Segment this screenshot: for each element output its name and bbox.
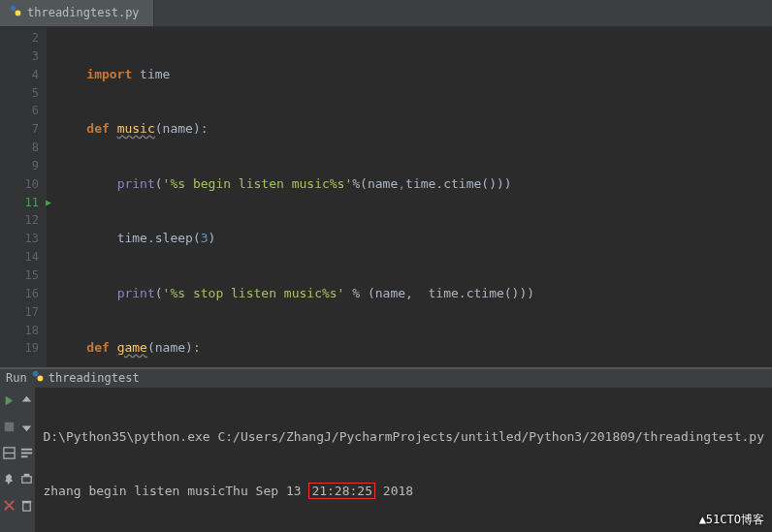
run-config-name: threadingtest: [48, 370, 140, 387]
editor-tab-bar: threadingtest.py: [0, 0, 772, 27]
rerun-button[interactable]: [0, 391, 17, 409]
run-left-toolbar: [0, 388, 17, 532]
run-header[interactable]: Run threadingtest: [0, 369, 772, 388]
run-inner-toolbar: [17, 388, 35, 532]
stop-button[interactable]: [0, 418, 17, 435]
code-editor[interactable]: 2 3 4 5 6 7 8 9 10 11 12 13 14 15 16 17 …: [0, 27, 772, 367]
svg-rect-16: [22, 501, 31, 503]
run-tool-window: Run threadingtest D:\Python3: [0, 367, 772, 532]
svg-rect-5: [4, 422, 13, 431]
svg-rect-13: [22, 477, 31, 484]
close-button[interactable]: [0, 496, 17, 514]
pin-button[interactable]: [0, 470, 17, 487]
editor-tab-threadingtest[interactable]: threadingtest.py: [0, 0, 154, 26]
console-output[interactable]: D:\Python35\python.exe C:/Users/ZhangJ/P…: [35, 388, 772, 532]
layout-button[interactable]: [0, 444, 17, 461]
svg-marker-4: [5, 396, 13, 405]
watermark: ▲51CTO博客: [699, 512, 764, 528]
down-arrow-icon[interactable]: [17, 418, 35, 435]
line-number-gutter: 2 3 4 5 6 7 8 9 10 11 12 13 14 15 16 17 …: [0, 27, 47, 367]
trash-icon[interactable]: [17, 496, 35, 514]
python-file-icon: [31, 369, 45, 388]
run-header-label: Run: [6, 370, 27, 387]
svg-rect-11: [21, 452, 32, 454]
highlight-time-1: 21:28:25: [308, 483, 375, 499]
svg-point-3: [37, 376, 43, 382]
tab-label: threadingtest.py: [27, 5, 140, 21]
print-icon[interactable]: [17, 470, 35, 487]
svg-rect-15: [23, 503, 31, 511]
svg-point-0: [11, 5, 16, 11]
console-line: zhang begin listen musicThu Sep 13 21:28…: [43, 483, 764, 500]
up-arrow-icon[interactable]: [17, 391, 35, 409]
code-area[interactable]: import time def music(name): print('%s b…: [47, 27, 534, 367]
svg-rect-14: [24, 474, 30, 477]
svg-rect-10: [21, 449, 32, 451]
run-gutter-icon[interactable]: 11: [0, 194, 39, 212]
svg-point-1: [16, 10, 21, 16]
python-file-icon: [9, 4, 22, 22]
svg-rect-12: [21, 455, 28, 457]
console-cmd: D:\Python35\python.exe C:/Users/ZhangJ/P…: [43, 428, 764, 446]
svg-point-2: [32, 371, 38, 377]
soft-wrap-icon[interactable]: [17, 444, 35, 461]
